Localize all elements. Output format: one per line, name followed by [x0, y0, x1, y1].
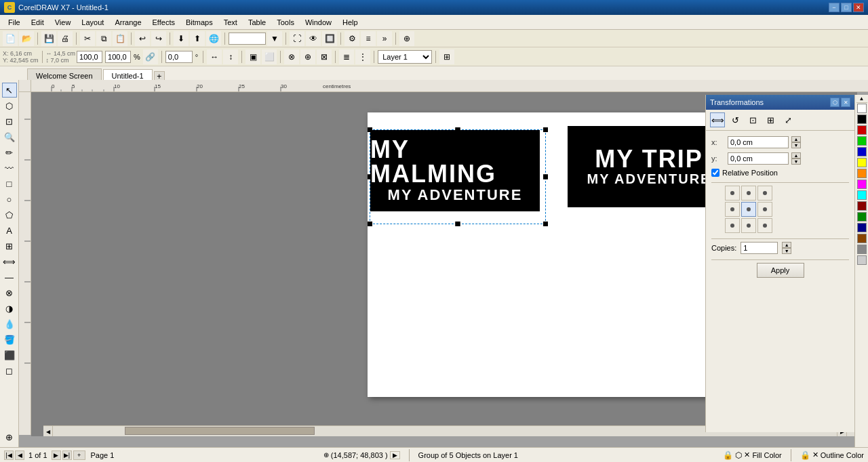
publish-button[interactable]: 🌐 [206, 31, 221, 46]
color-darkgreen[interactable] [857, 212, 867, 222]
outline-tool[interactable]: ◻ [2, 363, 17, 378]
color-lightgray[interactable] [857, 255, 867, 265]
x-spin-down[interactable]: ▼ [791, 142, 801, 148]
menu-help[interactable]: Help [337, 17, 363, 28]
color-blue[interactable] [857, 147, 867, 156]
flip-v-button[interactable]: ↕ [223, 49, 238, 64]
handle-tr[interactable] [543, 127, 548, 132]
full-screen-button[interactable]: ⛶ [290, 31, 304, 46]
view-mode-button[interactable]: 👁 [306, 31, 321, 46]
menu-arrange[interactable]: Arrange [109, 17, 146, 28]
pos-cell-bm[interactable] [741, 218, 756, 233]
color-darkblue[interactable] [857, 223, 867, 232]
redo-button[interactable]: ↪ [151, 31, 166, 46]
color-dropper-tool[interactable]: 💧 [2, 316, 17, 331]
w-percent-input[interactable] [77, 51, 102, 63]
maximize-button[interactable]: □ [841, 3, 852, 12]
panel-tab-skew[interactable]: ⤢ [781, 112, 795, 127]
color-black[interactable] [857, 114, 867, 124]
align-button[interactable]: ≡ [361, 31, 376, 46]
save-button[interactable]: 💾 [41, 31, 56, 46]
titlebar-controls[interactable]: − □ ✕ [829, 3, 864, 12]
select-tool[interactable]: ↖ [2, 83, 17, 98]
page-next-button[interactable]: ▶ [52, 450, 61, 460]
menu-text[interactable]: Text [218, 17, 243, 28]
distribute-button[interactable]: ⋮ [355, 49, 370, 64]
pos-cell-br[interactable] [757, 218, 772, 233]
zoom-tool[interactable]: 🔍 [2, 129, 17, 144]
handle-bm[interactable] [456, 222, 460, 226]
menu-layout[interactable]: Layout [76, 17, 109, 28]
color-gray[interactable] [857, 245, 867, 254]
export-button[interactable]: ⬆ [190, 31, 205, 46]
x-spin[interactable]: ▲ ▼ [791, 136, 801, 148]
panel-float-button[interactable]: ⬡ [830, 98, 840, 107]
pos-cell-ml[interactable] [725, 202, 740, 217]
y-field-input[interactable] [728, 152, 789, 165]
handle-br[interactable] [543, 222, 548, 226]
connector-tool[interactable]: — [2, 270, 17, 285]
handle-bl[interactable] [368, 222, 372, 226]
parallel-dim-tool[interactable]: ⟺ [2, 254, 17, 269]
pos-cell-tl[interactable] [725, 186, 740, 201]
panel-tab-rotate[interactable]: ↺ [728, 112, 743, 127]
flip-h-button[interactable]: ↔ [207, 49, 222, 64]
ungroup-button[interactable]: ⬜ [262, 49, 277, 64]
cut-button[interactable]: ✂ [80, 31, 95, 46]
apply-button[interactable]: Apply [757, 263, 804, 278]
undo-button[interactable]: ↩ [135, 31, 150, 46]
menu-tools[interactable]: Tools [271, 17, 300, 28]
close-button[interactable]: ✕ [853, 3, 864, 12]
plus-zoom-button[interactable]: ⊕ [399, 31, 414, 46]
color-white[interactable] [857, 104, 867, 113]
menu-window[interactable]: Window [300, 17, 337, 28]
panel-tab-scale[interactable]: ⊡ [745, 112, 760, 127]
menu-view[interactable]: View [50, 17, 77, 28]
palette-scroll-up[interactable]: ▲ [856, 95, 867, 103]
new-button[interactable]: 📄 [3, 31, 18, 46]
shape-tool[interactable]: ⬡ [2, 98, 17, 113]
y-spin-up[interactable]: ▲ [791, 152, 801, 159]
relative-position-checkbox[interactable] [711, 169, 719, 177]
color-magenta[interactable] [857, 180, 867, 189]
copy-button[interactable]: ⧉ [96, 31, 111, 46]
menu-table[interactable]: Table [243, 17, 271, 28]
menu-file[interactable]: File [3, 17, 26, 28]
panel-tab-size[interactable]: ⊞ [763, 112, 778, 127]
snap2-button[interactable]: ⊞ [439, 49, 454, 64]
panel-close-button[interactable]: ✕ [841, 98, 850, 107]
options-button[interactable]: ⚙ [344, 31, 359, 46]
menu-effects[interactable]: Effects [147, 17, 180, 28]
color-red[interactable] [857, 125, 867, 135]
group-button[interactable]: ▣ [245, 49, 260, 64]
polygon-tool[interactable]: ⬠ [2, 207, 17, 222]
rectangle-tool[interactable]: □ [2, 176, 17, 191]
color-darkred[interactable] [857, 201, 867, 211]
add-page-button[interactable]: ⊕ [2, 429, 17, 444]
blend-tool[interactable]: ⊗ [2, 285, 17, 300]
color-yellow[interactable] [857, 158, 867, 167]
copies-spin-down[interactable]: ▼ [782, 248, 791, 254]
more-button[interactable]: » [377, 31, 392, 46]
angle-input[interactable] [165, 51, 193, 63]
lock-ratio-button[interactable]: 🔗 [143, 49, 158, 64]
panel-tab-position[interactable]: ⟺ [710, 112, 725, 127]
open-button[interactable]: 📂 [19, 31, 34, 46]
align2-button[interactable]: ≣ [339, 49, 354, 64]
h-percent-input[interactable] [105, 51, 131, 63]
page-add-button[interactable]: + [73, 450, 85, 460]
page-last-button[interactable]: ▶| [62, 450, 72, 460]
table-tool[interactable]: ⊞ [2, 238, 17, 253]
pos-cell-tm[interactable] [741, 186, 756, 201]
x-spin-up[interactable]: ▲ [791, 136, 801, 142]
design-group[interactable]: MY MALMING MY ADVENTURE [370, 129, 546, 224]
print-button[interactable]: 🖨 [58, 31, 73, 46]
paste-button[interactable]: 📋 [113, 31, 127, 46]
snap-button[interactable]: 🔲 [322, 31, 337, 46]
panel-header-controls[interactable]: ⬡ ✕ [830, 98, 850, 107]
minimize-button[interactable]: − [829, 3, 840, 12]
process-button[interactable]: ▶ [390, 451, 400, 459]
combine-button[interactable]: ⊗ [284, 49, 299, 64]
hscroll-thumb[interactable] [125, 427, 315, 435]
intersect-button[interactable]: ⊠ [317, 49, 332, 64]
